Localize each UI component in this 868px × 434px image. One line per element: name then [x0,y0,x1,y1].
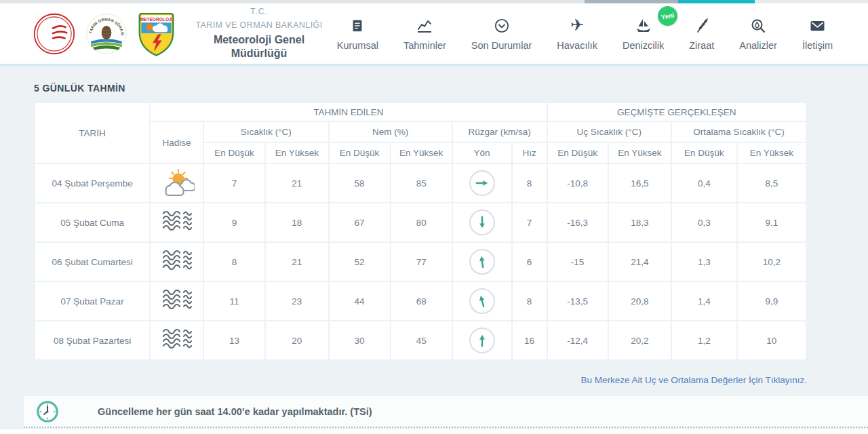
site-header: TARIM ORMAN ŞÛRASI METEOROLOJİ T.C. TARI… [0,3,868,66]
col-header-hum-max: En Yüksek [391,143,452,163]
temp-max-cell: 20 [266,321,328,359]
group-header-extreme-temp: Uç Sıcaklık (°C) [548,122,671,142]
alarm-clock-icon [36,400,59,423]
page-title: 5 GÜNLÜK TAHMİN [34,83,125,94]
nav-label: Tahminler [403,40,446,51]
document-icon [350,16,365,34]
wind-speed-cell: 6 [513,243,547,281]
weather-cell [151,282,203,320]
group-header-humidity: Nem (%) [330,122,452,142]
col-header-date: TARİH [35,103,149,163]
average-max-cell: 10,2 [738,243,806,281]
nav-item-tahminler[interactable]: Tahminler [403,16,446,51]
bottom-spacer [0,429,868,434]
partly-cloudy-icon [159,189,195,199]
group-header-average-temp: Ortalama Sıcaklık (°C) [672,122,806,142]
nav-item-son-durumlar[interactable]: Son Durumlar [471,16,532,51]
humidity-max-cell: 77 [391,243,452,281]
weather-cell [151,164,203,202]
extreme-max-cell: 18,3 [609,203,671,241]
search-drop-icon [750,16,766,34]
weather-cell [151,321,203,359]
humidity-min-cell: 52 [330,243,390,281]
temp-min-cell: 7 [204,164,264,202]
humidity-min-cell: 58 [330,164,390,202]
update-info-bar: Güncelleme her gün saat 14.00’e kadar ya… [24,396,868,428]
meteoroloji-shield-label: METEOROLOJİ [140,17,172,22]
haze-icon [161,344,193,355]
ship-icon [635,16,652,34]
col-header-avg-max: En Yüksek [738,143,806,163]
extreme-min-cell: -13,5 [548,282,608,320]
date-cell: 06 Şubat Cumartesi [35,243,149,281]
average-max-cell: 9,1 [738,203,806,241]
haze-icon [161,266,193,276]
new-badge: Yeni [656,5,679,28]
temp-max-cell: 21 [266,243,328,281]
wheat-icon [694,16,709,34]
envelope-icon [809,16,826,34]
temp-max-cell: 23 [266,282,328,320]
extreme-min-cell: -15 [548,243,608,281]
extreme-max-cell: 20,2 [609,321,671,359]
col-header-wind-direction: Yön [453,143,511,163]
col-header-avg-min: En Düşük [672,143,736,163]
wind-speed-cell: 8 [513,164,547,202]
directorate-label: Meteoroloji Genel Müdürlüğü [188,33,330,60]
nav-label: Havacılık [557,40,597,51]
wind-direction-cell [453,203,511,241]
col-header-ext-max: En Yüksek [609,143,671,163]
extreme-min-cell: -10,8 [548,164,608,202]
temp-min-cell: 8 [204,243,264,281]
nav-label: Son Durumlar [471,40,532,51]
tarim-orman-surasi-logo[interactable]: TARIM ORMAN ŞÛRASI [85,12,128,56]
forecast-row: 07 Şubat Pazar 11 23 44 68 [35,282,806,320]
nav-label: Denizcilik [623,40,664,51]
temp-min-cell: 13 [204,321,264,359]
nav-item-ziraat[interactable]: Ziraat [689,16,714,51]
date-cell: 04 Şubat Perşembe [35,164,149,202]
average-min-cell: 1,2 [672,321,736,359]
group-header-temperature: Sıcaklık (°C) [204,122,328,142]
extreme-max-cell: 20,8 [609,282,671,320]
wind-direction-icon [469,170,495,196]
wind-speed-cell: 7 [513,203,547,241]
extreme-max-cell: 16,5 [609,164,671,202]
wind-direction-icon [469,249,495,275]
plane-icon: ✈ [570,16,584,34]
average-min-cell: 0,3 [672,203,736,241]
humidity-max-cell: 68 [391,282,452,320]
average-max-cell: 10 [738,321,806,359]
tc-label: T.C. [188,7,330,17]
nav-item-kurumsal[interactable]: Kurumsal [337,16,378,51]
haze-icon [161,305,193,315]
clock-icon [494,16,510,34]
meteoroloji-shield-logo[interactable]: METEOROLOJİ [137,10,176,57]
date-cell: 07 Şubat Pazar [35,282,149,320]
col-header-temp-min: En Düşük [204,143,264,163]
humidity-max-cell: 80 [391,203,452,241]
temp-min-cell: 11 [204,282,264,320]
nav-item-havacilik[interactable]: ✈ Havacılık [557,16,597,51]
col-header-hum-min: En Düşük [330,143,390,163]
date-cell: 05 Şubat Cuma [35,203,149,241]
update-note: Güncelleme her gün saat 14.00’e kadar ya… [98,406,372,417]
forecast-row: 06 Şubat Cumartesi 8 21 52 77 [35,243,806,281]
weather-cell [151,203,203,241]
nav-item-denizcilik[interactable]: Yeni Denizcilik [623,16,664,51]
average-min-cell: 0,4 [672,164,736,202]
col-header-wind-speed: Hız [513,143,547,163]
extreme-min-cell: -12,4 [548,321,608,359]
logo-group: TARIM ORMAN ŞÛRASI METEOROLOJİ [33,10,176,57]
humidity-min-cell: 44 [330,282,390,320]
center-extremes-link[interactable]: Bu Merkeze Ait Uç ve Ortalama Değerler İ… [580,375,807,385]
ministry-seal-logo[interactable] [33,12,76,56]
wind-direction-icon [469,288,495,314]
average-min-cell: 1,4 [672,282,736,320]
forecast-row: 08 Şubat Pazartesi 13 20 30 45 [35,321,806,359]
wind-direction-icon [469,328,495,353]
nav-item-iletisim[interactable]: İletişim [802,16,833,51]
humidity-min-cell: 67 [330,203,390,241]
line-chart-icon [416,16,433,34]
nav-item-analizler[interactable]: Analizler [739,16,777,51]
